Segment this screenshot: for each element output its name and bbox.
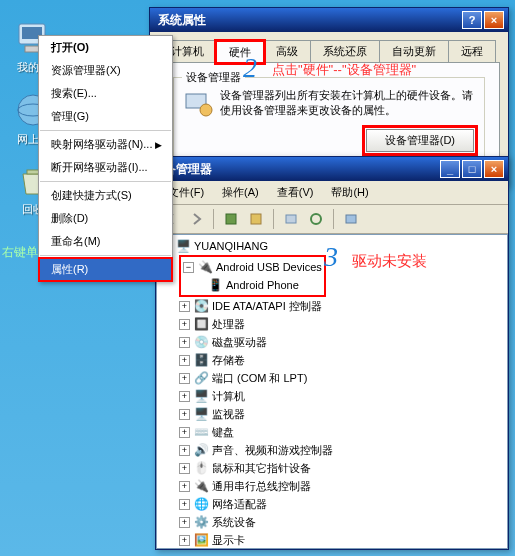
tree-node-label[interactable]: 磁盘驱动器 xyxy=(212,335,267,350)
close-button[interactable]: × xyxy=(484,11,504,29)
tree-node[interactable]: +⚙️系统设备 xyxy=(159,513,505,531)
tree-node[interactable]: +💽IDE ATA/ATAPI 控制器 xyxy=(159,297,505,315)
tab-advanced[interactable]: 高级 xyxy=(263,40,311,62)
tree-node[interactable]: +🔊声音、视频和游戏控制器 xyxy=(159,441,505,459)
usb-icon: 🔌 xyxy=(193,478,209,494)
tool-fwd[interactable] xyxy=(185,208,207,230)
tree-node[interactable]: +🖥️监视器 xyxy=(159,405,505,423)
tree-node-label[interactable]: 存储卷 xyxy=(212,353,245,368)
tree-node[interactable]: +🗄️存储卷 xyxy=(159,351,505,369)
ctx-map-drive[interactable]: 映射网络驱动器(N)...▶ xyxy=(39,133,172,156)
maximize-button[interactable]: □ xyxy=(462,160,482,178)
close-button[interactable]: × xyxy=(484,160,504,178)
expand-icon[interactable]: + xyxy=(179,337,190,348)
tool-view[interactable] xyxy=(220,208,242,230)
tree-node[interactable]: +🔌通用串行总线控制器 xyxy=(159,477,505,495)
tab-update[interactable]: 自动更新 xyxy=(379,40,449,62)
ctx-manage[interactable]: 管理(G) xyxy=(39,105,172,128)
tree-root-label[interactable]: YUANQIHANG xyxy=(194,240,268,252)
tree-node[interactable]: +🔗端口 (COM 和 LPT) xyxy=(159,369,505,387)
expand-icon[interactable]: + xyxy=(179,481,190,492)
computer-icon: 🖥️ xyxy=(175,238,191,254)
tree-node-label[interactable]: IDE ATA/ATAPI 控制器 xyxy=(212,299,322,314)
tree-node[interactable]: +🌐网络适配器 xyxy=(159,495,505,513)
tree-node-label[interactable]: 端口 (COM 和 LPT) xyxy=(212,371,307,386)
expand-icon[interactable]: + xyxy=(179,391,190,402)
minimize-button[interactable]: _ xyxy=(440,160,460,178)
device-manager-group: 设备管理器 设备管理器列出所有安装在计算机上的硬件设备。请使用设备管理器来更改设… xyxy=(173,77,485,163)
expand-icon[interactable]: + xyxy=(179,517,190,528)
tree-node-label[interactable]: 网络适配器 xyxy=(212,497,267,512)
expand-icon[interactable]: + xyxy=(179,427,190,438)
annotation-number-2: 2 xyxy=(243,52,257,84)
menu-help[interactable]: 帮助(H) xyxy=(323,183,376,202)
svg-rect-9 xyxy=(251,214,261,224)
menu-view[interactable]: 查看(V) xyxy=(269,183,322,202)
device-tree[interactable]: − 🖥️ YUANQIHANG − 🔌 Android USB Devices … xyxy=(156,234,508,549)
tree-node-label[interactable]: 鼠标和其它指针设备 xyxy=(212,461,311,476)
expand-icon[interactable]: + xyxy=(179,463,190,474)
tree-node-label[interactable]: 计算机 xyxy=(212,389,245,404)
titlebar[interactable]: 备管理器 _ □ × xyxy=(156,157,508,181)
tree-node-label[interactable]: 通用串行总线控制器 xyxy=(212,479,311,494)
titlebar[interactable]: 系统属性 ? × xyxy=(150,8,508,32)
separator xyxy=(333,209,334,229)
ctx-search[interactable]: 搜索(E)... xyxy=(39,82,172,105)
storage-icon: 🗄️ xyxy=(193,352,209,368)
menu-action[interactable]: 操作(A) xyxy=(214,183,267,202)
ctx-disconnect[interactable]: 断开网络驱动器(I)... xyxy=(39,156,172,179)
svg-rect-8 xyxy=(226,214,236,224)
context-menu: 打开(O) 资源管理器(X) 搜索(E)... 管理(G) 映射网络驱动器(N)… xyxy=(38,35,173,282)
expand-icon[interactable]: + xyxy=(179,319,190,330)
collapse-icon[interactable]: − xyxy=(183,262,194,273)
tree-node-label[interactable]: 键盘 xyxy=(212,425,234,440)
tree-node-label[interactable]: 监视器 xyxy=(212,407,245,422)
mouse-icon: 🖱️ xyxy=(193,460,209,476)
expand-icon[interactable]: + xyxy=(179,535,190,546)
help-button[interactable]: ? xyxy=(462,11,482,29)
svg-rect-12 xyxy=(346,215,356,223)
ctx-delete[interactable]: 删除(D) xyxy=(39,207,172,230)
ctx-properties[interactable]: 属性(R) xyxy=(39,258,172,281)
ctx-shortcut[interactable]: 创建快捷方式(S) xyxy=(39,184,172,207)
ctx-explorer[interactable]: 资源管理器(X) xyxy=(39,59,172,82)
tree-node-label[interactable]: 声音、视频和游戏控制器 xyxy=(212,443,333,458)
tool-scan[interactable] xyxy=(280,208,302,230)
tree-node[interactable]: +💿磁盘驱动器 xyxy=(159,333,505,351)
tree-node-label[interactable]: 系统设备 xyxy=(212,515,256,530)
tree-android-phone[interactable]: 📱 Android Phone xyxy=(183,276,322,294)
annotation-number-3: 3 xyxy=(324,241,338,273)
tool-props[interactable] xyxy=(245,208,267,230)
annotation-hint-2: 点击"硬件"--"设备管理器" xyxy=(272,61,416,79)
display-icon: 🖼️ xyxy=(193,532,209,548)
usb-icon: 🔌 xyxy=(197,259,213,275)
tree-android-group[interactable]: − 🔌 Android USB Devices xyxy=(183,258,322,276)
expand-icon[interactable]: + xyxy=(179,445,190,456)
sound-icon: 🔊 xyxy=(193,442,209,458)
svg-point-7 xyxy=(200,104,212,116)
tree-node[interactable]: +🔲处理器 xyxy=(159,315,505,333)
devmgr-icon xyxy=(184,90,214,120)
system-icon: ⚙️ xyxy=(193,514,209,530)
ctx-rename[interactable]: 重命名(M) xyxy=(39,230,172,253)
tree-node[interactable]: +⌨️键盘 xyxy=(159,423,505,441)
tab-strip: 计算机 硬件 高级 系统还原 自动更新 远程 xyxy=(150,32,508,62)
device-manager-button[interactable]: 设备管理器(D) xyxy=(366,129,474,152)
monitor-icon: 🖥️ xyxy=(193,406,209,422)
tool-refresh[interactable] xyxy=(305,208,327,230)
computer-icon: 🖥️ xyxy=(193,388,209,404)
tool-update[interactable] xyxy=(340,208,362,230)
ctx-open[interactable]: 打开(O) xyxy=(39,36,172,59)
tab-remote[interactable]: 远程 xyxy=(448,40,496,62)
tab-restore[interactable]: 系统还原 xyxy=(310,40,380,62)
tree-node[interactable]: +🖼️显示卡 xyxy=(159,531,505,549)
tree-node[interactable]: +🖱️鼠标和其它指针设备 xyxy=(159,459,505,477)
expand-icon[interactable]: + xyxy=(179,409,190,420)
expand-icon[interactable]: + xyxy=(179,301,190,312)
expand-icon[interactable]: + xyxy=(179,499,190,510)
tree-node-label[interactable]: 处理器 xyxy=(212,317,245,332)
expand-icon[interactable]: + xyxy=(179,355,190,366)
tree-node-label[interactable]: 显示卡 xyxy=(212,533,245,548)
expand-icon[interactable]: + xyxy=(179,373,190,384)
tree-node[interactable]: +🖥️计算机 xyxy=(159,387,505,405)
